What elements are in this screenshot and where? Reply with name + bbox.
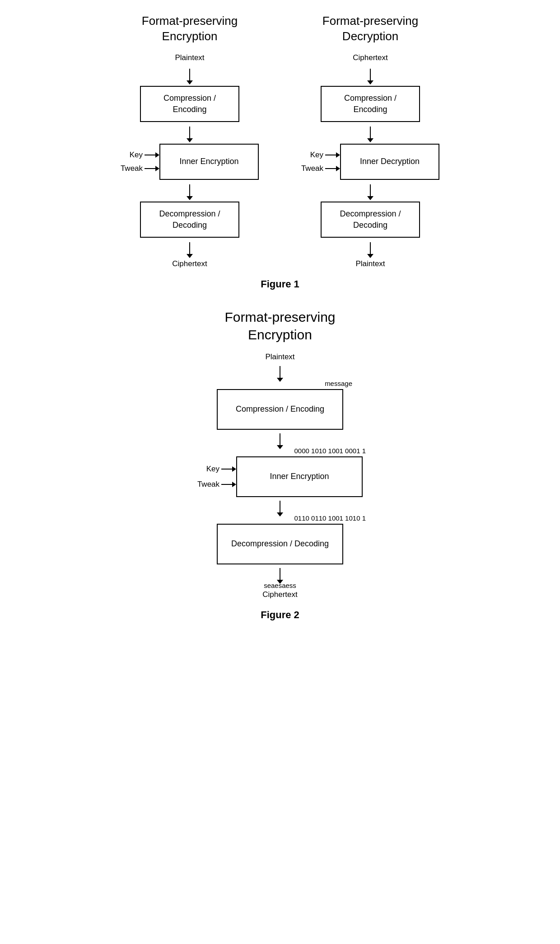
fig2-key-label: Key	[206, 465, 219, 474]
fig1-right-tweak-label: Tweak	[301, 164, 323, 173]
fig2-key-row: Key	[206, 465, 236, 474]
fig1-right-arrow-2	[370, 127, 371, 139]
fig2-arrow-segment-3: 0110 0110 1001 1010 1	[190, 497, 370, 522]
fig2-box1: Compression / Encoding	[217, 389, 343, 430]
fig1-left-box1: Compression / Encoding	[140, 86, 239, 122]
fig2-key-arrowhead	[232, 466, 236, 472]
fig1-left-output-label: Ciphertext	[172, 259, 207, 268]
fig2-column: Format-preservingEncryption Plaintext me…	[190, 308, 370, 601]
fig1-left-tweak-row: Tweak	[121, 164, 159, 173]
fig1-right-box3: Decompression / Decoding	[321, 202, 420, 238]
figure-1-columns: Format-preservingEncryption Plaintext Co…	[9, 14, 551, 270]
figure-2-section: Format-preservingEncryption Plaintext me…	[9, 308, 551, 621]
fig1-left-column: Format-preservingEncryption Plaintext Co…	[117, 14, 262, 270]
fig2-box3: Decompression / Decoding	[217, 524, 343, 564]
figure-1-section: Format-preservingEncryption Plaintext Co…	[9, 14, 551, 290]
fig1-right-tweak-arrow-line	[325, 168, 336, 169]
fig1-right-box2: Inner Decryption	[340, 144, 439, 180]
fig2-output-label: Ciphertext	[262, 590, 297, 599]
fig2-tweak-arrowhead	[232, 482, 236, 487]
fig2-tweak-arrow-line	[221, 484, 232, 485]
fig2-input-label: Plaintext	[265, 352, 294, 362]
fig1-right-tweak-arrowhead	[336, 166, 340, 171]
fig2-box2: Inner Encryption	[236, 456, 363, 497]
fig1-left-tweak-arrow-line	[145, 168, 155, 169]
fig2-data-label-2: 0000 1010 1001 0001 1	[294, 447, 366, 455]
fig2-arrow-segment-2: 0000 1010 1001 0001 1	[190, 430, 370, 455]
fig1-left-box2-wrapper: Key Tweak Inner Encryption	[121, 144, 259, 180]
fig1-right-input-label: Ciphertext	[353, 53, 387, 62]
fig1-left-box3: Decompression / Decoding	[140, 202, 239, 238]
fig1-right-column: Format-preservingDecryption Ciphertext C…	[298, 14, 443, 270]
fig1-right-box2-wrapper: Key Tweak Inner Decryption	[301, 144, 439, 180]
fig2-arrow-segment-1: message	[190, 363, 370, 387]
fig1-left-arrow-1	[189, 69, 190, 81]
fig2-data-label-3: 0110 0110 1001 1010 1	[294, 514, 366, 522]
fig1-left-arrow-2	[189, 127, 190, 139]
fig1-left-input-labels: Key Tweak	[121, 150, 159, 173]
fig1-left-input-label: Plaintext	[175, 53, 204, 62]
fig1-left-key-label: Key	[130, 150, 143, 160]
fig2-title: Format-preservingEncryption	[190, 308, 370, 343]
fig2-box2-wrapper: Key Tweak Inner Encryption	[197, 456, 363, 497]
fig1-left-box2: Inner Encryption	[159, 144, 259, 180]
fig1-right-arrow-3	[370, 184, 371, 197]
fig1-right-output-label: Plaintext	[355, 259, 385, 268]
fig2-key-arrow-line	[221, 469, 232, 470]
fig1-right-key-arrowhead	[336, 152, 340, 158]
fig1-left-key-arrow-line	[145, 155, 155, 155]
fig1-right-key-row: Key	[310, 150, 340, 160]
fig1-left-key-arrowhead	[155, 152, 159, 158]
fig1-right-key-arrow-line	[325, 155, 336, 155]
fig1-right-key-label: Key	[310, 150, 323, 160]
fig2-tweak-row: Tweak	[197, 480, 236, 489]
fig1-right-arrow-4	[370, 242, 371, 255]
fig1-left-tweak-label: Tweak	[121, 164, 143, 173]
fig2-data-label-1: message	[325, 380, 352, 387]
fig1-right-arrow-1	[370, 69, 371, 81]
fig1-right-input-labels: Key Tweak	[301, 150, 340, 173]
fig2-arrow-4	[280, 568, 280, 581]
fig2-tweak-label: Tweak	[197, 480, 219, 489]
fig1-right-title: Format-preservingDecryption	[322, 14, 418, 44]
fig1-left-tweak-arrowhead	[155, 166, 159, 171]
fig1-right-tweak-row: Tweak	[301, 164, 340, 173]
figure-1-caption: Figure 1	[261, 278, 299, 290]
fig1-right-box1: Compression / Encoding	[321, 86, 420, 122]
fig1-left-key-row: Key	[130, 150, 159, 160]
fig1-left-arrow-4	[189, 242, 190, 255]
fig1-left-title: Format-preservingEncryption	[142, 14, 238, 44]
figure-2-caption: Figure 2	[261, 609, 299, 621]
fig2-input-labels: Key Tweak	[197, 465, 236, 489]
fig1-left-arrow-3	[189, 184, 190, 197]
